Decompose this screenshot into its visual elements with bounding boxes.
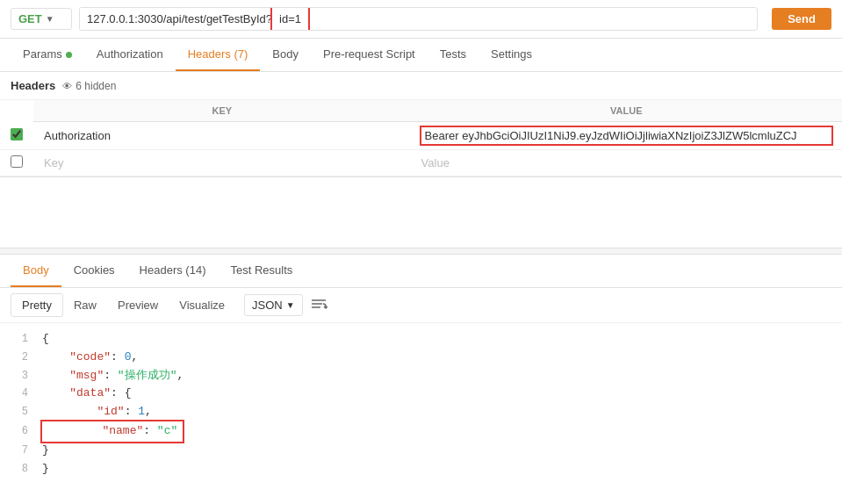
chevron-down-icon: ▼ <box>286 300 295 310</box>
value-col-header: VALUE <box>411 100 842 122</box>
row1-value[interactable]: Bearer eyJhbGciOiJIUzI1NiJ9.eyJzdWIiOiJj… <box>411 122 842 150</box>
response-tab-headers[interactable]: Headers (14) <box>127 255 219 287</box>
key-col-header: KEY <box>33 100 411 122</box>
format-wrap-icon[interactable] <box>310 298 327 313</box>
response-tab-testresults[interactable]: Test Results <box>218 255 305 287</box>
row1-key[interactable]: Authorization <box>33 122 411 150</box>
url-input-wrapper: 127.0.0.1:3030/api/test/getTestById?id=1 <box>79 7 758 31</box>
empty-space <box>0 177 842 248</box>
code-area: 1 { 2 "code": 0, 3 "msg": "操作成功", 4 "dat… <box>0 323 842 485</box>
name-line-highlight: "name": "c" <box>42 421 183 442</box>
line-num-2: 2 <box>7 349 28 366</box>
line-num-7: 7 <box>7 443 28 459</box>
tab-headers[interactable]: Headers (7) <box>176 39 261 71</box>
row2-key[interactable]: Key <box>33 150 411 176</box>
params-dot <box>66 52 72 58</box>
line-num-4: 4 <box>7 385 28 402</box>
tab-authorization[interactable]: Authorization <box>84 39 176 71</box>
method-label: GET <box>18 12 42 25</box>
section-divider <box>0 248 842 255</box>
format-bar: Pretty Raw Preview Visualize JSON ▼ <box>0 288 842 323</box>
line-num-6: 6 <box>7 423 28 440</box>
code-line-3: 3 "msg": "操作成功", <box>0 367 842 385</box>
table-row: Authorization Bearer eyJhbGciOiJIUzI1NiJ… <box>0 122 842 150</box>
format-preview[interactable]: Preview <box>107 294 169 316</box>
code-line-2: 2 "code": 0, <box>0 349 842 367</box>
format-type-select[interactable]: JSON ▼ <box>244 294 303 316</box>
headers-section: Headers 👁 6 hidden KEY VALUE Authorizati… <box>0 72 842 177</box>
url-prefix[interactable]: 127.0.0.1:3030/api/test/getTestById? <box>80 8 272 30</box>
format-pretty[interactable]: Pretty <box>11 293 63 317</box>
response-tab-bar: Body Cookies Headers (14) Test Results <box>0 255 842 288</box>
method-select[interactable]: GET ▼ <box>11 8 72 30</box>
request-tab-bar: Params Authorization Headers (7) Body Pr… <box>0 39 842 72</box>
row2-checkbox-cell[interactable] <box>0 150 33 176</box>
code-line-5: 5 "id": 1, <box>0 403 842 421</box>
chevron-down-icon: ▼ <box>46 14 54 24</box>
row2-value[interactable]: Value <box>411 150 842 176</box>
line-num-8: 8 <box>7 461 28 478</box>
code-line-6: 6 "name": "c" <box>0 421 842 442</box>
line-num-5: 5 <box>7 404 28 421</box>
tab-prerequest[interactable]: Pre-request Script <box>311 39 428 71</box>
row1-checkbox-cell[interactable] <box>0 122 33 150</box>
line-num-3: 3 <box>7 368 28 385</box>
url-bar: GET ▼ 127.0.0.1:3030/api/test/getTestByI… <box>0 0 842 39</box>
tab-settings[interactable]: Settings <box>479 39 544 71</box>
send-button[interactable]: Send <box>772 8 831 30</box>
line-num-1: 1 <box>7 331 28 348</box>
code-line-4: 4 "data": { <box>0 385 842 403</box>
url-param-highlighted[interactable]: id=1 <box>272 8 308 30</box>
response-tab-cookies[interactable]: Cookies <box>61 255 127 287</box>
tab-params[interactable]: Params <box>11 39 84 71</box>
code-line-8: 8 } <box>0 460 842 479</box>
hidden-badge: 👁 6 hidden <box>62 80 116 92</box>
tab-tests[interactable]: Tests <box>428 39 479 71</box>
code-line-7: 7 } <box>0 442 842 460</box>
response-tab-body[interactable]: Body <box>11 255 61 287</box>
headers-title: Headers <box>11 79 55 92</box>
row1-value-highlighted: Bearer eyJhbGciOiJIUzI1NiJ9.eyJzdWIiOiJj… <box>421 127 831 144</box>
format-visualize[interactable]: Visualize <box>169 294 235 316</box>
format-raw[interactable]: Raw <box>63 294 107 316</box>
row2-checkbox[interactable] <box>11 155 23 168</box>
table-row: Key Value <box>0 150 842 176</box>
code-line-1: 1 { <box>0 330 842 349</box>
headers-table: KEY VALUE Authorization Bearer eyJhbGciO… <box>0 100 842 176</box>
eye-icon: 👁 <box>62 81 72 91</box>
tab-body[interactable]: Body <box>260 39 311 71</box>
headers-title-row: Headers 👁 6 hidden <box>0 72 842 100</box>
checkbox-col-header <box>0 100 33 122</box>
row1-checkbox[interactable] <box>11 128 23 140</box>
